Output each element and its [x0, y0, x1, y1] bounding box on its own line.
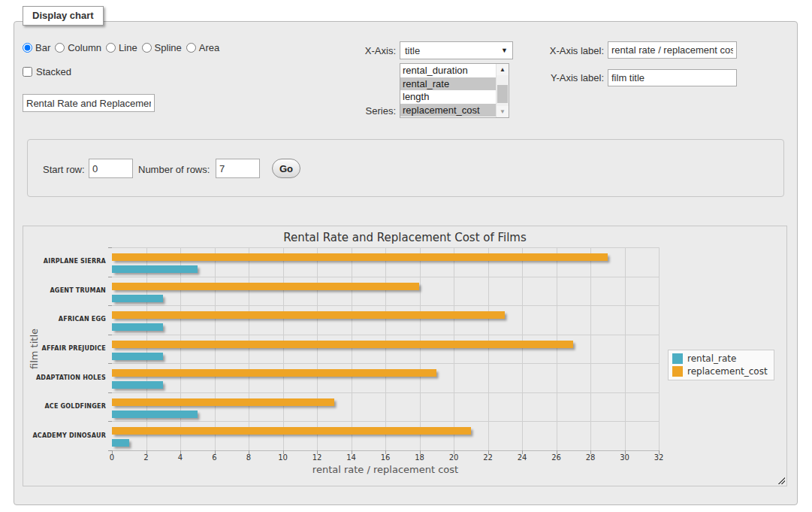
chart-type-option-column[interactable]: Column [55, 42, 101, 53]
chart-type-option-area[interactable]: Area [186, 42, 219, 53]
start-row-input[interactable] [89, 159, 133, 178]
bar-rental_rate [112, 411, 198, 418]
chart-container: Rental Rate and Replacement Cost of Film… [23, 226, 787, 486]
bar-replacement_cost [112, 341, 573, 348]
radio-area[interactable] [186, 43, 196, 53]
x-tick-label: 16 [374, 453, 397, 462]
y-tick [108, 450, 112, 451]
chart-type-option-bar[interactable]: Bar [23, 42, 50, 53]
category-label: AIRPLANE SIERRA [23, 258, 106, 265]
chart-type-label: Bar [35, 42, 50, 53]
category-label: ACE GOLDFINGER [23, 403, 106, 410]
x-axis-select[interactable]: title ▼ [400, 41, 513, 59]
x-axis-selected-value: title [405, 45, 501, 56]
gridline [146, 247, 147, 450]
chart-title-input[interactable] [23, 94, 155, 112]
chart-type-label: Column [68, 42, 101, 53]
x-tick-label: 6 [204, 453, 226, 462]
series-option-list: rental_durationrental_ratelengthreplacem… [400, 64, 496, 117]
y-axis-label-input[interactable] [608, 69, 737, 86]
x-axis-label-label: X-Axis label: [529, 45, 604, 56]
gridline [112, 421, 659, 422]
series-option-rental_duration[interactable]: rental_duration [400, 64, 496, 77]
start-row-label: Start row: [43, 164, 85, 175]
x-axis-select-label: X-Axis: [337, 45, 396, 56]
bar-replacement_cost [112, 311, 505, 319]
scroll-down-icon[interactable]: ▼ [497, 106, 509, 117]
gridline [249, 247, 249, 450]
x-tick-label: 26 [545, 453, 568, 462]
series-select-label: Series: [337, 105, 396, 117]
fieldset-legend: Display chart [23, 6, 104, 26]
number-of-rows-input[interactable] [216, 159, 260, 178]
series-option-length[interactable]: length [400, 90, 496, 104]
chart-type-option-spline[interactable]: Spline [142, 42, 182, 53]
series-multiselect[interactable]: rental_durationrental_ratelengthreplacem… [400, 63, 509, 118]
scroll-up-icon[interactable]: ▲ [497, 64, 509, 75]
legend-label: replacement_cost [687, 366, 768, 377]
bar-replacement_cost [112, 369, 436, 377]
y-axis-label-label: Y-Axis label: [529, 72, 604, 83]
gridline [112, 335, 659, 335]
bar-replacement_cost [112, 398, 334, 406]
series-scrollbar[interactable]: ▲ ▼ [496, 64, 509, 117]
resize-handle-icon[interactable] [777, 476, 785, 484]
bar-replacement_cost [112, 283, 419, 290]
legend-swatch [672, 353, 683, 364]
x-tick-label: 10 [272, 453, 294, 462]
gridline [625, 247, 626, 450]
series-option-rental_rate[interactable]: rental_rate [400, 77, 496, 91]
chart-legend: rental_ratereplacement_cost [668, 350, 774, 380]
gridline [488, 247, 489, 450]
bar-rental_rate [112, 323, 163, 331]
gridline [283, 247, 284, 450]
gridline [385, 247, 386, 450]
x-tick-label: 32 [647, 453, 670, 462]
y-tick [108, 421, 112, 422]
category-label: AFFAIR PREJUDICE [23, 345, 106, 352]
radio-column[interactable] [55, 43, 65, 53]
radio-bar[interactable] [23, 43, 32, 53]
gridline [659, 247, 660, 450]
x-tick-label: 12 [306, 453, 328, 462]
legend-item-replacement_cost[interactable]: replacement_cost [672, 366, 768, 377]
gridline [112, 392, 659, 393]
gridline [112, 363, 659, 364]
chart-type-label: Area [199, 42, 219, 53]
category-label: ADAPTATION HOLES [23, 374, 106, 381]
gridline [557, 247, 557, 450]
stacked-checkbox[interactable] [23, 67, 32, 77]
y-tick [108, 305, 112, 306]
y-tick [108, 247, 112, 248]
y-tick [108, 277, 112, 277]
series-option-replacement_cost[interactable]: replacement_cost [400, 104, 496, 117]
bar-rental_rate [112, 295, 163, 302]
chart-type-radio-group: BarColumnLineSplineArea [23, 42, 219, 53]
category-label: AGENT TRUMAN [23, 287, 106, 294]
gridline [112, 277, 659, 277]
x-tick-label: 18 [409, 453, 431, 462]
category-label: ACADEMY DINOSAUR [23, 432, 106, 439]
gridline [454, 247, 454, 450]
radio-line[interactable] [106, 43, 116, 53]
radio-spline[interactable] [142, 43, 152, 53]
y-tick [108, 335, 112, 335]
chart-type-option-line[interactable]: Line [106, 42, 137, 53]
bar-rental_rate [112, 439, 129, 447]
chart-type-label: Line [119, 42, 137, 53]
x-tick-label: 20 [442, 453, 465, 462]
gridline [522, 247, 523, 450]
go-button[interactable]: Go [272, 159, 300, 178]
bar-rental_rate [112, 353, 163, 360]
bar-replacement_cost [112, 253, 608, 261]
gridline [352, 247, 352, 450]
gridline [180, 247, 181, 450]
x-tick-label: 22 [477, 453, 500, 462]
scrollbar-thumb[interactable] [497, 85, 508, 103]
x-tick-label: 0 [101, 453, 123, 462]
legend-item-rental_rate[interactable]: rental_rate [672, 353, 768, 364]
x-axis-label-input[interactable] [608, 41, 737, 59]
number-of-rows-label: Number of rows: [138, 164, 210, 175]
gridline [317, 247, 318, 450]
x-tick-label: 30 [614, 453, 636, 462]
